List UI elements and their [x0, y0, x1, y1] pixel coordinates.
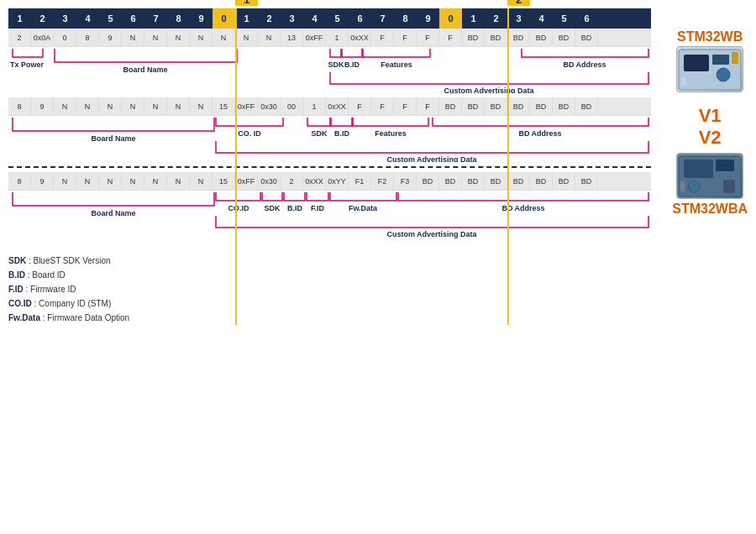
cell-21: BD	[485, 172, 507, 190]
v2-label: V2	[699, 127, 722, 149]
cell-23: BD	[530, 172, 553, 190]
marker-2: 2	[507, 0, 530, 6]
legend-fwdata: Fw.Data : Firmware Data Option	[8, 311, 651, 325]
cell-18: BD	[417, 172, 439, 190]
cell-1: 9	[31, 97, 54, 115]
legend-fwdata-desc: : Firmware Data Option	[40, 313, 129, 322]
cell-19: BD	[439, 97, 462, 115]
cell-17: F	[394, 97, 417, 115]
legend: SDK : BlueST SDK Version B.ID : Board ID…	[8, 254, 651, 325]
cell-16: F2	[371, 172, 394, 190]
cell-20: BD	[462, 172, 485, 190]
cell-25: BD	[575, 29, 598, 46]
cell-9: 15	[213, 97, 235, 115]
legend-sdk-desc: : BlueST SDK Version	[26, 256, 110, 265]
cell-8: N	[190, 172, 213, 190]
bracket-svg-2: Board Name CO. ID SDK B.ID Features	[8, 116, 651, 162]
data-row-2: 89NNNNNNN150xFF0x300010xXXFFFFBDBDBDBDBD…	[8, 97, 651, 116]
header-cell-5: 6	[122, 8, 144, 29]
cell-25: BD	[575, 97, 598, 115]
cell-14: 1	[326, 29, 349, 46]
cell-2: 0	[54, 29, 76, 46]
cell-7: N	[167, 29, 190, 46]
legend-fwdata-key: Fw.Data	[8, 313, 40, 322]
cell-4: N	[99, 97, 122, 115]
svg-text:Custom Advertising Data: Custom Advertising Data	[444, 86, 534, 93]
cell-2: N	[54, 97, 76, 115]
legend-fid-desc: : Firmware ID	[24, 285, 76, 294]
cell-11: N	[258, 29, 281, 46]
cell-9: 15	[213, 172, 235, 190]
svg-text:Board Name: Board Name	[91, 134, 135, 143]
header-cell-20: 1	[462, 8, 485, 29]
stm32wb-label: STM32WB	[677, 29, 743, 44]
cell-7: N	[167, 97, 190, 115]
cell-1: 9	[31, 172, 54, 190]
svg-rect-5	[732, 52, 738, 64]
svg-text:Custom Advertising Data: Custom Advertising Data	[386, 155, 477, 162]
cell-21: BD	[485, 29, 507, 46]
header-cell-22: 3	[507, 8, 530, 29]
svg-text:F.ID: F.ID	[311, 204, 325, 212]
cell-3: N	[76, 172, 99, 190]
right-panel: STM32WB V1 V2	[672, 25, 748, 217]
bracket-area-2: Board Name CO. ID SDK B.ID Features	[8, 116, 651, 162]
cell-19: F	[439, 29, 462, 46]
header-cell-1: 2	[31, 8, 54, 29]
cell-11: 0x30	[258, 97, 281, 115]
legend-coid-desc: : Company ID (STM)	[32, 299, 111, 308]
cell-5: N	[122, 29, 144, 46]
cell-4: 9	[99, 29, 122, 46]
cell-11: 0x30	[258, 172, 281, 190]
header-section: 12345678901234567890123456 1 2	[8, 8, 651, 29]
cell-2: N	[54, 172, 76, 190]
legend-sdk: SDK : BlueST SDK Version	[8, 254, 651, 268]
svg-rect-7	[684, 160, 713, 178]
svg-text:BD Address: BD Address	[563, 60, 606, 69]
svg-point-9	[688, 181, 700, 192]
svg-rect-8	[716, 160, 734, 171]
cell-21: BD	[485, 97, 507, 115]
cell-10: 0xFF	[235, 172, 258, 190]
header-cell-18: 9	[417, 8, 439, 29]
legend-coid-key: CO.ID	[8, 299, 32, 308]
cell-4: N	[99, 172, 122, 190]
cell-5: N	[122, 97, 144, 115]
cell-13: 1	[303, 97, 326, 115]
svg-rect-11	[680, 181, 685, 191]
bracket-svg-3: Board Name CO.ID SDK B.ID F.ID Fw.D	[8, 191, 651, 245]
cell-20: BD	[462, 29, 485, 46]
bracket-area-1: Tx Power Board Name SDK B.ID Features	[8, 47, 651, 93]
cell-16: F	[371, 29, 394, 46]
svg-text:Tx Power: Tx Power	[10, 60, 45, 69]
header-cell-8: 9	[190, 8, 213, 29]
header-cell-0: 1	[8, 8, 31, 29]
cell-23: BD	[530, 29, 553, 46]
header-cell-15: 6	[349, 8, 371, 29]
cell-24: BD	[553, 97, 575, 115]
svg-text:Board Name: Board Name	[123, 65, 167, 74]
main-container: STM32WB V1 V2	[0, 0, 756, 333]
svg-text:Board Name: Board Name	[91, 209, 135, 217]
header-cell-9: 0	[213, 8, 235, 29]
cell-3: N	[76, 97, 99, 115]
cell-12: 2	[281, 172, 303, 190]
section-3: 89NNNNNNN150xFF0x3020xXX0xYYF1F2F3BDBDBD…	[8, 172, 651, 245]
stm32wba-label: STM32WBA	[672, 202, 748, 217]
data-row-1: 20x0A089NNNNNNN130xFF10xXXFFFFBDBDBDBDBD…	[8, 29, 651, 47]
header-cell-14: 5	[326, 8, 349, 29]
svg-rect-1	[684, 55, 709, 71]
cell-18: F	[417, 97, 439, 115]
svg-text:CO. ID: CO. ID	[238, 129, 261, 138]
svg-text:SDK: SDK	[328, 60, 344, 69]
cell-19: BD	[439, 172, 462, 190]
section-2: 89NNNNNNN150xFF0x300010xXXFFFFBDBDBDBDBD…	[8, 97, 651, 162]
header-cell-23: 4	[530, 8, 553, 29]
header-cell-25: 6	[575, 8, 598, 29]
cell-15: F1	[349, 172, 371, 190]
svg-text:Fw.Data: Fw.Data	[349, 204, 378, 212]
svg-rect-4	[681, 77, 686, 86]
header-cell-10: 1	[235, 8, 258, 29]
cell-8: N	[190, 97, 213, 115]
header-cell-13: 4	[303, 8, 326, 29]
